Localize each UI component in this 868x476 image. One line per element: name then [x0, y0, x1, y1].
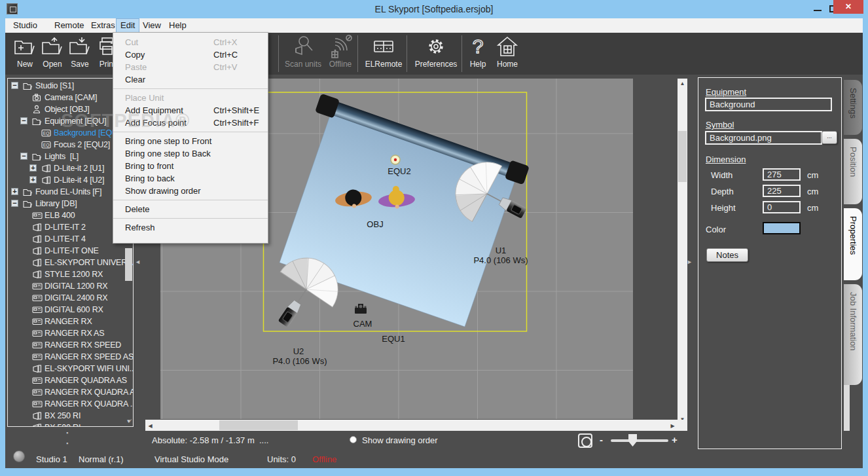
tree-item[interactable]: RANGER RX QUADRA ... — [8, 398, 133, 410]
menuitem-bring-to-back[interactable]: Bring to back — [113, 172, 268, 185]
scroll-left-icon[interactable]: ◀ — [145, 423, 155, 429]
menuitem-copy[interactable]: CopyCtrl+C — [113, 48, 268, 61]
tree-item[interactable]: STYLE 1200 RX — [8, 268, 133, 280]
show-drawing-order-radio[interactable] — [350, 436, 357, 443]
tree-item[interactable]: RANGER RX — [8, 316, 133, 327]
tree-item-label: RANGER RX SPEED — [45, 340, 121, 350]
toolbar-elremote-button[interactable]: ELRemote — [361, 35, 407, 73]
tree-item-label: D-LITE-IT 4 — [45, 234, 86, 244]
tree-item[interactable]: DIGITAL 1200 RX — [8, 280, 133, 292]
menu-studio[interactable]: Studio — [9, 18, 41, 33]
window-title: EL Skyport [Softpedia.ersjob] — [0, 4, 868, 14]
dimension-depth-input[interactable]: 225 — [763, 185, 801, 197]
menu-edit[interactable]: Edit — [116, 18, 139, 33]
remote-icon — [361, 35, 407, 59]
dimension-width-input[interactable]: 275 — [763, 168, 801, 181]
scroll-up-icon[interactable]: ▲ — [678, 81, 687, 86]
menu-view[interactable]: View — [139, 18, 165, 33]
folder-icon — [32, 152, 41, 161]
tab-job-information[interactable]: Job Information — [844, 284, 862, 385]
tree-item-label: D-Lite-it 2 [U1] — [54, 164, 104, 173]
notes-button[interactable]: Notes — [706, 248, 748, 262]
pack-icon — [32, 329, 41, 338]
menuitem-label: Refresh — [125, 221, 155, 234]
tree-item[interactable]: D-LITE-IT ONE — [8, 245, 133, 257]
svg-text:EQ: EQ — [43, 131, 49, 136]
canvas-label-obj: OBJ — [367, 219, 383, 229]
menuitem-label: Delete — [125, 203, 150, 215]
tree-item[interactable]: RANGER RX SPEED — [8, 339, 133, 351]
properties-panel: EquipmentBackgroundSymbolBackground.png.… — [698, 77, 842, 449]
folder-icon — [23, 81, 32, 90]
collapse-icon[interactable]: − — [20, 153, 27, 160]
menu-help[interactable]: Help — [165, 18, 190, 33]
toolbar-preferences-button[interactable]: Preferences — [413, 35, 459, 73]
menuitem-paste: PasteCtrl+V — [113, 61, 268, 73]
tab-settings[interactable]: Settings — [844, 80, 862, 135]
tree-item-label: Library [DB] — [35, 199, 77, 208]
titlebar[interactable]: EL Skyport [Softpedia.ersjob] ✕ — [0, 0, 868, 18]
close-button[interactable]: ✕ — [833, 0, 863, 14]
dimension-height-input[interactable]: 0 — [763, 201, 801, 213]
toolbar-home-button[interactable]: Home — [484, 35, 530, 73]
menuitem-label: Cut — [125, 36, 138, 48]
color-swatch[interactable] — [763, 222, 801, 234]
tree-item[interactable]: DIGITAL 2400 RX — [8, 292, 133, 304]
tree-item[interactable]: DIGITAL 600 RX — [8, 304, 133, 316]
menuitem-bring-one-step-to-back[interactable]: Bring one step to Back — [113, 147, 268, 160]
symbol-input[interactable]: Background.png — [705, 131, 822, 145]
canvas-horizontal-scrollbar[interactable]: ◀ ▶ — [145, 420, 678, 431]
browse-button[interactable]: ... — [822, 131, 837, 144]
zoom-slider-thumb[interactable] — [628, 434, 637, 447]
eq-icon: EQ — [41, 128, 50, 137]
zoom-fit-button[interactable] — [578, 433, 592, 448]
collapse-icon[interactable]: − — [11, 200, 18, 207]
expand-icon[interactable]: + — [29, 164, 37, 172]
tree-scroll-thumb[interactable] — [125, 248, 132, 281]
horizontal-scroll-thumb[interactable] — [219, 420, 298, 430]
units-status: Units: 0 — [267, 454, 296, 464]
tree-item[interactable]: RANGER QUADRA AS — [8, 375, 133, 386]
folder-icon — [23, 199, 32, 208]
expand-icon[interactable]: + — [29, 176, 37, 183]
collapse-icon[interactable]: − — [11, 82, 18, 89]
tree-item[interactable]: BX 500 RI — [8, 422, 133, 427]
tab-strip-tail — [844, 385, 850, 431]
status-led — [13, 450, 25, 462]
menuitem-show-drawing-order[interactable]: Show drawing order — [113, 185, 268, 197]
scroll-right-icon[interactable]: ▶ — [668, 423, 678, 429]
equipment-input[interactable]: Background — [705, 98, 832, 111]
zoom-slider-track[interactable] — [611, 439, 668, 442]
tab-position[interactable]: Position — [844, 139, 862, 204]
softbox-icon — [32, 234, 41, 244]
menubar: StudioRemoteExtrasEditViewHelp — [5, 18, 863, 33]
folder-icon — [32, 117, 41, 126]
zoom-in-label[interactable]: + — [672, 434, 678, 445]
menu-remote[interactable]: Remote — [50, 18, 88, 33]
menuitem-bring-one-step-to-front[interactable]: Bring one step to Front — [113, 135, 268, 147]
menu-extras[interactable]: Extras — [87, 18, 119, 33]
zoom-out-label[interactable]: - — [600, 434, 603, 445]
canvas-label-p4-0-106-ws-: P4.0 (106 Ws) — [272, 356, 327, 366]
toolbar-separator — [461, 35, 462, 72]
menuitem-clear[interactable]: Clear — [113, 73, 268, 86]
pack-icon — [32, 388, 41, 397]
tree-item[interactable]: EL-SKYPORT UNIVERSAL — [8, 257, 133, 268]
pack-icon — [32, 399, 41, 409]
menuitem-delete[interactable]: Delete — [113, 203, 268, 215]
symbol-label: Symbol — [706, 120, 734, 130]
canvas-vertical-scrollbar[interactable]: ▲ ▼ — [678, 79, 687, 424]
tree-item[interactable]: RANGER RX AS — [8, 327, 133, 339]
menuitem-bring-to-front[interactable]: Bring to front — [113, 160, 268, 172]
vertical-scroll-thumb[interactable] — [678, 131, 687, 182]
tab-properties[interactable]: Properties — [844, 208, 862, 280]
menuitem-shortcut: Ctrl+X — [213, 36, 237, 48]
tree-item[interactable]: RANGER RX QUADRA AS — [8, 386, 133, 398]
collapse-icon[interactable]: − — [20, 117, 27, 124]
minimize-button[interactable] — [814, 10, 822, 11]
tree-item[interactable]: EL-SKYPORT WIFI UNI... — [8, 363, 133, 375]
expand-icon[interactable]: + — [11, 188, 18, 195]
tree-item[interactable]: RANGER RX SPEED AS — [8, 351, 133, 363]
menuitem-refresh[interactable]: Refresh — [113, 221, 268, 234]
tree-item[interactable]: BX 250 RI — [8, 410, 133, 422]
